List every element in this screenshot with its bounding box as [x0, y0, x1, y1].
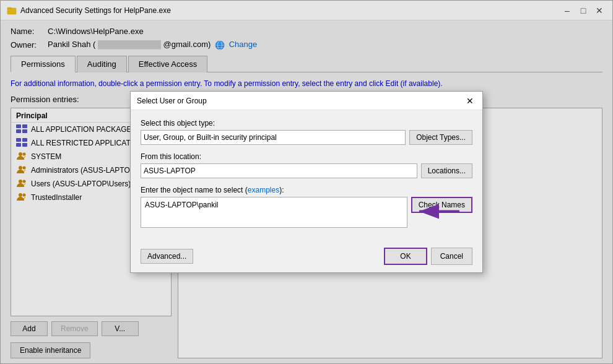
select-user-group-dialog: Select User or Group ✕ Select this objec… [130, 91, 483, 273]
object-type-row: Object Types... [141, 130, 472, 145]
ok-button[interactable]: OK [384, 248, 427, 265]
object-name-textarea[interactable]: ASUS-LAPTOP\pankil [141, 197, 407, 228]
dialog-overlay: Select User or Group ✕ Select this objec… [1, 1, 612, 363]
check-names-button[interactable]: Check Names [411, 197, 472, 213]
advanced-button[interactable]: Advanced... [141, 249, 193, 264]
object-name-value: ASUS-LAPTOP\pankil [141, 197, 407, 213]
object-name-input-row: ASUS-LAPTOP\pankil [141, 197, 472, 228]
dialog-footer-right: OK Cancel [384, 248, 472, 265]
main-window: Advanced Security Settings for HelpPane.… [0, 0, 613, 364]
object-types-button[interactable]: Object Types... [409, 130, 472, 145]
object-type-label: Select this object type: [141, 119, 472, 128]
examples-link[interactable]: examples [248, 186, 279, 194]
location-label: From this location: [141, 152, 472, 161]
dialog-footer: Advanced... OK Cancel [131, 243, 482, 272]
locations-button[interactable]: Locations... [421, 163, 472, 178]
dialog-title: Select User or Group [137, 97, 207, 105]
object-name-label: Enter the object name to select (example… [141, 186, 472, 194]
location-input[interactable] [141, 163, 417, 178]
location-row: Locations... [141, 163, 472, 178]
dialog-title-bar: Select User or Group ✕ [131, 92, 482, 110]
dialog-close-button[interactable]: ✕ [464, 95, 476, 107]
cancel-button[interactable]: Cancel [431, 248, 472, 265]
dialog-body: Select this object type: Object Types...… [131, 110, 482, 243]
object-type-input[interactable] [141, 130, 406, 145]
object-name-area: Enter the object name to select (example… [141, 186, 472, 228]
